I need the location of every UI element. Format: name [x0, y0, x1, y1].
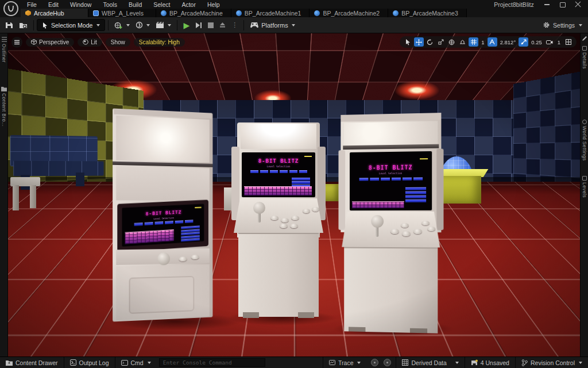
unreal-editor-window: File Edit Window Tools Build Select Acto…: [0, 0, 588, 368]
camera-speed-button[interactable]: [545, 37, 555, 47]
select-tool[interactable]: [403, 37, 413, 47]
menu-build[interactable]: Build: [123, 1, 147, 9]
add-actor-button[interactable]: [111, 19, 133, 32]
console-command-input[interactable]: [159, 358, 265, 367]
lit-dropdown[interactable]: Lit: [78, 38, 102, 47]
menu-tools[interactable]: Tools: [98, 1, 122, 9]
content-drawer-label: Content Drawer: [16, 359, 58, 366]
cmd-dropdown[interactable]: Cmd: [115, 357, 157, 368]
sidebar-tab-levels[interactable]: Levels: [581, 176, 588, 198]
marquee-glow: [241, 124, 316, 149]
unreal-logo-icon[interactable]: [3, 1, 18, 16]
tab-wbp-a-levels[interactable]: WBP_A_Levels: [88, 9, 156, 17]
window-title: Project8bitBlitz: [477, 1, 551, 8]
toolbar-separator: [33, 20, 34, 30]
minimize-icon[interactable]: [544, 1, 550, 7]
skip-frame-button[interactable]: [192, 19, 205, 32]
settings-dropdown[interactable]: Settings: [543, 21, 582, 29]
level-row: [292, 181, 310, 184]
menu-help[interactable]: Help: [202, 1, 225, 9]
title-bar: File Edit Window Tools Build Select Acto…: [0, 0, 588, 17]
levels-icon: [582, 176, 587, 181]
world-coordinate-toggle[interactable]: [447, 37, 457, 47]
viewport-3d[interactable]: 8-BIT BLITZ Level Selection: [8, 33, 580, 356]
surface-snapping-toggle[interactable]: [458, 37, 467, 47]
sidebar-tab-content-browser[interactable]: Content Bro...: [0, 86, 8, 126]
level-icon: [25, 10, 31, 16]
derived-data-dropdown[interactable]: Derived Data: [396, 357, 464, 368]
unsaved-button[interactable]: 4 Unsaved: [465, 357, 515, 368]
eject-button[interactable]: [216, 19, 229, 32]
arcade-button: [427, 227, 435, 231]
scale-snapping-toggle[interactable]: [519, 37, 528, 47]
terrain-graphic: [244, 186, 312, 195]
tab-label: BP_ArcadeMachine1: [245, 10, 301, 17]
blueprints-button[interactable]: [133, 19, 153, 32]
cabinet-foot: [298, 312, 314, 318]
screenshot-icon[interactable]: [384, 359, 391, 366]
upper-panel: [116, 166, 210, 201]
game-screen: 8-BIT BLITZ Level Selection: [242, 152, 315, 197]
stop-button[interactable]: [205, 19, 216, 32]
scale-snap-value[interactable]: 0.25: [529, 39, 544, 45]
cabinet-base: [344, 247, 438, 334]
arcade-machine-right[interactable]: 8-BIT BLITZ Level Selection: [338, 113, 443, 334]
widget-blueprint-icon: [93, 10, 99, 16]
rotation-snapping-toggle[interactable]: [488, 37, 497, 47]
tab-arcadehub[interactable]: ArcadeHub: [21, 9, 88, 17]
tab-label: ArcadeHub: [34, 10, 64, 17]
menu-actor[interactable]: Actor: [176, 1, 201, 9]
selection-mode-dropdown[interactable]: Selection Mode: [37, 19, 105, 31]
grid-snap-value[interactable]: 1: [479, 39, 486, 45]
arcade-machine-left[interactable]: 8-BIT BLITZ Level Selection: [113, 108, 222, 325]
cinematics-button[interactable]: [153, 19, 174, 32]
grid-snapping-toggle[interactable]: [469, 37, 478, 47]
camera-speed-value[interactable]: 1: [556, 39, 562, 45]
sidebar-tab-outliner[interactable]: Outliner: [0, 37, 8, 63]
move-tool[interactable]: [414, 37, 424, 47]
edit-pen-icon[interactable]: [581, 36, 588, 41]
tab-bp-arcademachine1[interactable]: BP_ArcadeMachine1: [231, 9, 310, 17]
menu-edit[interactable]: Edit: [43, 1, 64, 9]
menu-file[interactable]: File: [22, 1, 42, 9]
platforms-dropdown[interactable]: Platforms: [247, 19, 297, 32]
joystick: [253, 202, 265, 214]
arcade-button: [401, 223, 409, 228]
level-buttons: [242, 170, 315, 173]
marquee-glow: [116, 116, 210, 163]
play-options-kebab[interactable]: ⋮: [229, 19, 241, 32]
rotation-snap-value[interactable]: 2.812°: [498, 39, 518, 45]
revision-control-button[interactable]: Revision Control: [515, 357, 588, 368]
browse-content-button[interactable]: [16, 19, 30, 32]
close-icon[interactable]: [575, 1, 581, 7]
maximize-icon[interactable]: [559, 1, 566, 7]
sidebar-tab-details[interactable]: Details: [581, 46, 588, 69]
quad-view-toggle[interactable]: [563, 37, 573, 47]
toolbar-separator: [177, 20, 177, 30]
tab-bp-arcademachine3[interactable]: BP_ArcadeMachine3: [388, 9, 467, 17]
tab-bp-arcademachine[interactable]: BP_ArcadeMachine: [156, 9, 231, 17]
lit-label: Lit: [91, 39, 97, 45]
sidebar-tab-world-settings[interactable]: World Settings: [581, 120, 588, 161]
chevron-down-icon: [357, 362, 361, 364]
show-dropdown[interactable]: Show: [106, 38, 130, 47]
play-button[interactable]: ▶: [180, 19, 192, 32]
viewport-options-menu[interactable]: [11, 37, 22, 48]
output-log-button[interactable]: Output Log: [64, 357, 115, 368]
base-inset-panel: [129, 276, 195, 314]
trace-dropdown[interactable]: Trace: [323, 357, 366, 368]
rotate-tool[interactable]: [425, 37, 435, 47]
menu-select[interactable]: Select: [148, 1, 175, 9]
menu-window[interactable]: Window: [65, 1, 96, 9]
content-drawer-button[interactable]: Content Drawer: [0, 357, 64, 368]
chevron-down-icon: [579, 362, 582, 364]
perspective-dropdown[interactable]: Perspective: [26, 38, 74, 47]
save-button[interactable]: [2, 19, 16, 32]
tab-bp-arcademachine2[interactable]: BP_ArcadeMachine2: [310, 9, 388, 17]
level-row: [405, 187, 426, 190]
scale-tool[interactable]: [436, 37, 446, 47]
scalability-warning[interactable]: Scalability: High: [134, 38, 185, 47]
arcade-machine-middle[interactable]: 8-BIT BLITZ Level Selection: [231, 122, 326, 320]
session-frontend-icon[interactable]: [371, 359, 378, 366]
revision-control-label: Revision Control: [531, 359, 575, 366]
